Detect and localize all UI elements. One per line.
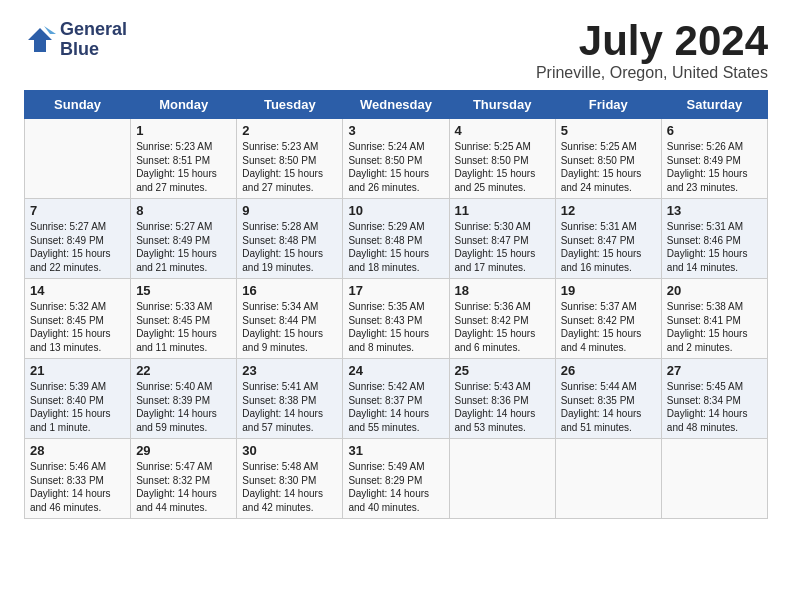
day-number: 22 (136, 363, 231, 378)
day-number: 20 (667, 283, 762, 298)
calendar-cell: 16Sunrise: 5:34 AM Sunset: 8:44 PM Dayli… (237, 279, 343, 359)
day-number: 27 (667, 363, 762, 378)
day-number: 9 (242, 203, 337, 218)
day-number: 31 (348, 443, 443, 458)
day-number: 14 (30, 283, 125, 298)
calendar-cell: 14Sunrise: 5:32 AM Sunset: 8:45 PM Dayli… (25, 279, 131, 359)
calendar-cell: 11Sunrise: 5:30 AM Sunset: 8:47 PM Dayli… (449, 199, 555, 279)
day-info: Sunrise: 5:43 AM Sunset: 8:36 PM Dayligh… (455, 380, 550, 434)
day-number: 25 (455, 363, 550, 378)
calendar-week-row: 7Sunrise: 5:27 AM Sunset: 8:49 PM Daylig… (25, 199, 768, 279)
day-number: 15 (136, 283, 231, 298)
calendar-cell: 9Sunrise: 5:28 AM Sunset: 8:48 PM Daylig… (237, 199, 343, 279)
day-number: 3 (348, 123, 443, 138)
calendar-cell (661, 439, 767, 519)
day-info: Sunrise: 5:23 AM Sunset: 8:51 PM Dayligh… (136, 140, 231, 194)
day-info: Sunrise: 5:34 AM Sunset: 8:44 PM Dayligh… (242, 300, 337, 354)
calendar-cell: 12Sunrise: 5:31 AM Sunset: 8:47 PM Dayli… (555, 199, 661, 279)
day-number: 4 (455, 123, 550, 138)
calendar-cell: 23Sunrise: 5:41 AM Sunset: 8:38 PM Dayli… (237, 359, 343, 439)
day-number: 28 (30, 443, 125, 458)
day-info: Sunrise: 5:32 AM Sunset: 8:45 PM Dayligh… (30, 300, 125, 354)
day-info: Sunrise: 5:35 AM Sunset: 8:43 PM Dayligh… (348, 300, 443, 354)
day-number: 24 (348, 363, 443, 378)
day-number: 17 (348, 283, 443, 298)
calendar-cell: 2Sunrise: 5:23 AM Sunset: 8:50 PM Daylig… (237, 119, 343, 199)
day-info: Sunrise: 5:28 AM Sunset: 8:48 PM Dayligh… (242, 220, 337, 274)
calendar-cell (555, 439, 661, 519)
day-info: Sunrise: 5:25 AM Sunset: 8:50 PM Dayligh… (561, 140, 656, 194)
day-info: Sunrise: 5:31 AM Sunset: 8:46 PM Dayligh… (667, 220, 762, 274)
day-number: 23 (242, 363, 337, 378)
day-number: 8 (136, 203, 231, 218)
calendar-cell: 3Sunrise: 5:24 AM Sunset: 8:50 PM Daylig… (343, 119, 449, 199)
calendar-cell: 27Sunrise: 5:45 AM Sunset: 8:34 PM Dayli… (661, 359, 767, 439)
calendar-week-row: 1Sunrise: 5:23 AM Sunset: 8:51 PM Daylig… (25, 119, 768, 199)
day-info: Sunrise: 5:41 AM Sunset: 8:38 PM Dayligh… (242, 380, 337, 434)
day-number: 6 (667, 123, 762, 138)
day-info: Sunrise: 5:31 AM Sunset: 8:47 PM Dayligh… (561, 220, 656, 274)
calendar-cell: 31Sunrise: 5:49 AM Sunset: 8:29 PM Dayli… (343, 439, 449, 519)
location: Prineville, Oregon, United States (536, 64, 768, 82)
calendar-cell: 5Sunrise: 5:25 AM Sunset: 8:50 PM Daylig… (555, 119, 661, 199)
calendar-cell: 17Sunrise: 5:35 AM Sunset: 8:43 PM Dayli… (343, 279, 449, 359)
day-info: Sunrise: 5:30 AM Sunset: 8:47 PM Dayligh… (455, 220, 550, 274)
calendar-cell: 29Sunrise: 5:47 AM Sunset: 8:32 PM Dayli… (131, 439, 237, 519)
calendar-cell: 22Sunrise: 5:40 AM Sunset: 8:39 PM Dayli… (131, 359, 237, 439)
calendar-table: SundayMondayTuesdayWednesdayThursdayFrid… (24, 90, 768, 519)
day-info: Sunrise: 5:37 AM Sunset: 8:42 PM Dayligh… (561, 300, 656, 354)
calendar-cell: 8Sunrise: 5:27 AM Sunset: 8:49 PM Daylig… (131, 199, 237, 279)
calendar-cell: 6Sunrise: 5:26 AM Sunset: 8:49 PM Daylig… (661, 119, 767, 199)
weekday-header-sunday: Sunday (25, 91, 131, 119)
calendar-cell: 24Sunrise: 5:42 AM Sunset: 8:37 PM Dayli… (343, 359, 449, 439)
calendar-cell: 10Sunrise: 5:29 AM Sunset: 8:48 PM Dayli… (343, 199, 449, 279)
logo-icon (24, 24, 56, 56)
calendar-cell (25, 119, 131, 199)
weekday-header-saturday: Saturday (661, 91, 767, 119)
day-number: 30 (242, 443, 337, 458)
day-info: Sunrise: 5:38 AM Sunset: 8:41 PM Dayligh… (667, 300, 762, 354)
day-number: 26 (561, 363, 656, 378)
day-number: 11 (455, 203, 550, 218)
day-info: Sunrise: 5:48 AM Sunset: 8:30 PM Dayligh… (242, 460, 337, 514)
calendar-cell: 18Sunrise: 5:36 AM Sunset: 8:42 PM Dayli… (449, 279, 555, 359)
day-info: Sunrise: 5:49 AM Sunset: 8:29 PM Dayligh… (348, 460, 443, 514)
day-number: 18 (455, 283, 550, 298)
day-number: 29 (136, 443, 231, 458)
weekday-header-tuesday: Tuesday (237, 91, 343, 119)
calendar-cell: 26Sunrise: 5:44 AM Sunset: 8:35 PM Dayli… (555, 359, 661, 439)
calendar-cell: 25Sunrise: 5:43 AM Sunset: 8:36 PM Dayli… (449, 359, 555, 439)
calendar-cell: 1Sunrise: 5:23 AM Sunset: 8:51 PM Daylig… (131, 119, 237, 199)
day-info: Sunrise: 5:40 AM Sunset: 8:39 PM Dayligh… (136, 380, 231, 434)
day-number: 5 (561, 123, 656, 138)
calendar-cell: 7Sunrise: 5:27 AM Sunset: 8:49 PM Daylig… (25, 199, 131, 279)
day-info: Sunrise: 5:27 AM Sunset: 8:49 PM Dayligh… (136, 220, 231, 274)
calendar-week-row: 14Sunrise: 5:32 AM Sunset: 8:45 PM Dayli… (25, 279, 768, 359)
weekday-header-monday: Monday (131, 91, 237, 119)
day-number: 10 (348, 203, 443, 218)
logo-text: General Blue (60, 20, 127, 60)
day-info: Sunrise: 5:44 AM Sunset: 8:35 PM Dayligh… (561, 380, 656, 434)
day-number: 12 (561, 203, 656, 218)
day-number: 13 (667, 203, 762, 218)
calendar-cell: 13Sunrise: 5:31 AM Sunset: 8:46 PM Dayli… (661, 199, 767, 279)
calendar-cell: 4Sunrise: 5:25 AM Sunset: 8:50 PM Daylig… (449, 119, 555, 199)
day-info: Sunrise: 5:24 AM Sunset: 8:50 PM Dayligh… (348, 140, 443, 194)
day-info: Sunrise: 5:36 AM Sunset: 8:42 PM Dayligh… (455, 300, 550, 354)
logo: General Blue (24, 20, 127, 60)
calendar-week-row: 28Sunrise: 5:46 AM Sunset: 8:33 PM Dayli… (25, 439, 768, 519)
svg-marker-1 (44, 26, 56, 34)
day-info: Sunrise: 5:39 AM Sunset: 8:40 PM Dayligh… (30, 380, 125, 434)
day-number: 16 (242, 283, 337, 298)
day-info: Sunrise: 5:27 AM Sunset: 8:49 PM Dayligh… (30, 220, 125, 274)
day-number: 2 (242, 123, 337, 138)
calendar-cell: 20Sunrise: 5:38 AM Sunset: 8:41 PM Dayli… (661, 279, 767, 359)
day-info: Sunrise: 5:26 AM Sunset: 8:49 PM Dayligh… (667, 140, 762, 194)
day-info: Sunrise: 5:33 AM Sunset: 8:45 PM Dayligh… (136, 300, 231, 354)
day-info: Sunrise: 5:42 AM Sunset: 8:37 PM Dayligh… (348, 380, 443, 434)
day-number: 7 (30, 203, 125, 218)
calendar-cell: 30Sunrise: 5:48 AM Sunset: 8:30 PM Dayli… (237, 439, 343, 519)
day-info: Sunrise: 5:45 AM Sunset: 8:34 PM Dayligh… (667, 380, 762, 434)
day-number: 21 (30, 363, 125, 378)
day-number: 19 (561, 283, 656, 298)
